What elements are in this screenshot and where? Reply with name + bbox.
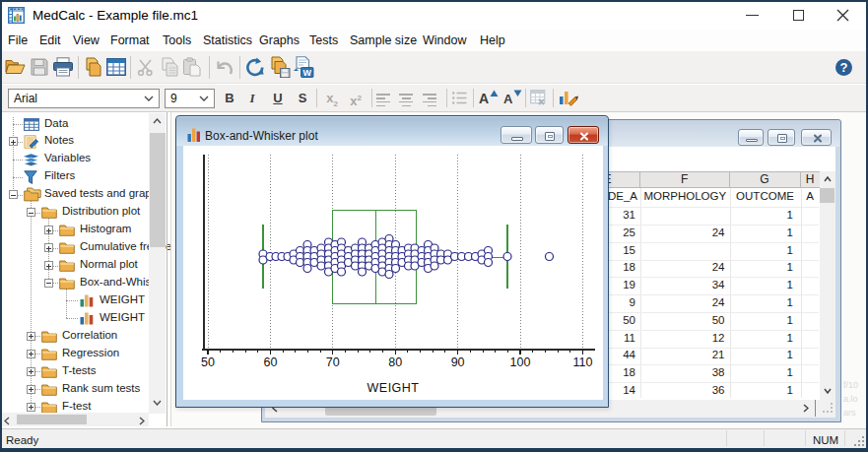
- svg-text:90: 90: [450, 355, 464, 368]
- svg-text:50: 50: [201, 355, 215, 368]
- svg-text:60: 60: [263, 355, 277, 368]
- svg-text:W: W: [302, 68, 311, 78]
- svg-text:80: 80: [388, 355, 402, 368]
- svg-text:70: 70: [325, 355, 339, 368]
- svg-text:100: 100: [509, 355, 530, 368]
- svg-text:110: 110: [572, 355, 592, 368]
- svg-text:WEIGHT: WEIGHT: [367, 381, 419, 395]
